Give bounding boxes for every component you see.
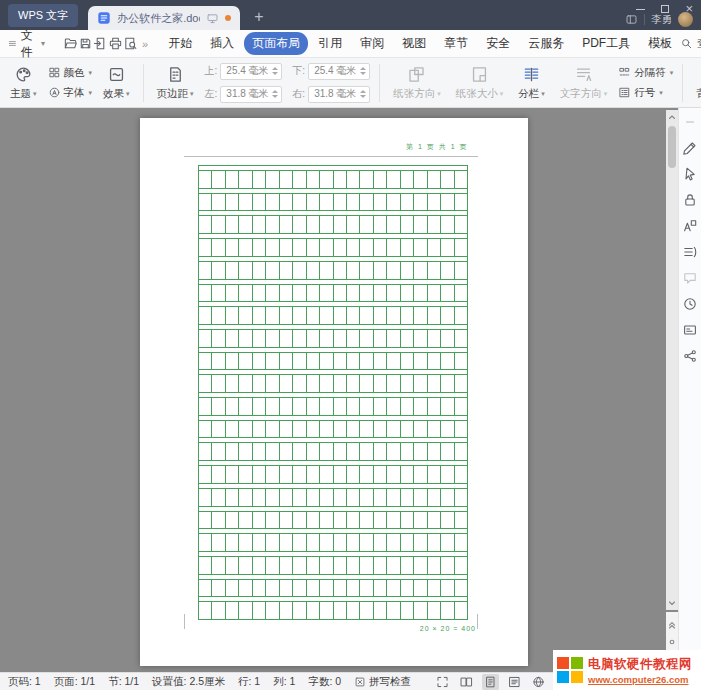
business-card-icon[interactable] xyxy=(682,322,698,338)
menu-tab-8[interactable]: 云服务 xyxy=(520,32,572,55)
spinner-icon[interactable] xyxy=(360,90,366,98)
search-icon xyxy=(680,37,693,50)
menu-tab-10[interactable]: 模板 xyxy=(640,32,680,55)
theme-button[interactable]: 主题▾ xyxy=(6,63,41,103)
app-menu-button[interactable]: WPS 文字 xyxy=(8,4,78,27)
margin-input-1[interactable]: 25.4 毫米 xyxy=(308,63,370,80)
margin-guide-bottom-left xyxy=(184,614,185,629)
menu-tab-5[interactable]: 视图 xyxy=(394,32,434,55)
status-item-2[interactable]: 节: 1/1 xyxy=(108,675,139,689)
divider xyxy=(644,14,645,25)
user-name[interactable]: 李勇 xyxy=(651,13,672,27)
menu-tab-6[interactable]: 章节 xyxy=(436,32,476,55)
breaks-icon xyxy=(618,66,631,79)
share-icon[interactable] xyxy=(682,348,698,364)
background-button[interactable]: 背景▾ xyxy=(692,63,701,103)
menubar: 文件 ▾ » 开始插入页面布局引用审阅视图章节安全云服务PDF工具模板 查找命令… xyxy=(0,30,701,58)
effect-icon xyxy=(107,65,126,84)
open-icon xyxy=(63,36,78,51)
spinner-icon[interactable] xyxy=(360,67,366,75)
previous-page-icon[interactable] xyxy=(667,620,677,630)
scrollbar-thumb[interactable] xyxy=(668,126,676,168)
select-cursor-icon[interactable] xyxy=(682,166,698,182)
margin-input-2[interactable]: 31.8 毫米 xyxy=(220,86,282,103)
quick-toolbar-more-button[interactable]: » xyxy=(142,38,148,50)
status-item-3[interactable]: 设置值: 2.5厘米 xyxy=(152,675,225,689)
side-rail xyxy=(678,108,701,672)
document-page[interactable]: 第 1 页 共 1 页 20 × 20 = 400 xyxy=(140,118,528,666)
spinner-icon[interactable] xyxy=(272,90,278,98)
menu-tab-4[interactable]: 审阅 xyxy=(352,32,392,55)
web-view-icon[interactable] xyxy=(530,674,547,690)
scroll-down-icon[interactable] xyxy=(667,598,677,608)
fullscreen-view-icon[interactable] xyxy=(434,674,451,690)
outline-view-icon[interactable] xyxy=(506,674,523,690)
breaks-button[interactable]: 分隔符▾ xyxy=(618,66,673,80)
line-numbers-button[interactable]: 行号▾ xyxy=(618,86,673,100)
menu-tab-0[interactable]: 开始 xyxy=(160,32,200,55)
doc-tab-title: 办公软件之家.docx xyxy=(117,11,200,26)
margin-input-0[interactable]: 25.4 毫米 xyxy=(220,63,282,80)
status-item-0[interactable]: 页码: 1 xyxy=(8,675,41,689)
minimize-button[interactable] xyxy=(636,9,645,10)
export-button[interactable] xyxy=(93,34,108,54)
color-scheme-button[interactable]: 颜色▾ xyxy=(48,66,93,80)
print-button[interactable] xyxy=(108,34,123,54)
page-view-icon[interactable] xyxy=(482,674,499,690)
palette-icon xyxy=(14,65,33,84)
status-item-4[interactable]: 行: 1 xyxy=(238,675,260,689)
print-preview-button[interactable] xyxy=(123,34,138,54)
watermark: 电脑软硬件教程网 www.computer26.com xyxy=(553,650,701,690)
status-item-1[interactable]: 页面: 1/1 xyxy=(54,675,95,689)
translate-icon[interactable] xyxy=(682,218,698,234)
vertical-scrollbar[interactable] xyxy=(666,110,678,610)
menu-tab-3[interactable]: 引用 xyxy=(310,32,350,55)
spinner-icon[interactable] xyxy=(272,67,278,75)
columns-button[interactable]: 分栏▾ xyxy=(514,63,549,103)
menu-tab-7[interactable]: 安全 xyxy=(478,32,518,55)
font-scheme-button[interactable]: 字体▾ xyxy=(48,86,93,100)
save-button[interactable] xyxy=(78,34,93,54)
margin-input-3[interactable]: 31.8 毫米 xyxy=(308,86,370,103)
two-page-view-icon[interactable] xyxy=(458,674,475,690)
outline-icon[interactable] xyxy=(682,244,698,260)
scroll-up-icon[interactable] xyxy=(667,112,677,122)
status-item-6[interactable]: 字数: 0 xyxy=(308,675,341,689)
menu-tab-9[interactable]: PDF工具 xyxy=(574,32,638,55)
margin-guide-top xyxy=(184,156,478,157)
scrollbar-track[interactable] xyxy=(666,124,678,596)
avatar[interactable] xyxy=(678,12,693,27)
file-menu[interactable]: 文件 ▾ xyxy=(8,27,45,61)
print-icon xyxy=(108,36,123,51)
theme-label: 主题 xyxy=(10,87,31,101)
lock-icon[interactable] xyxy=(682,192,698,208)
menu-tabs: 开始插入页面布局引用审阅视图章节安全云服务PDF工具模板 xyxy=(160,32,680,55)
document-viewport[interactable]: 第 1 页 共 1 页 20 × 20 = 400 xyxy=(0,108,678,672)
edit-pen-icon[interactable] xyxy=(682,140,698,156)
save-icon xyxy=(78,36,93,51)
watermark-url: www.computer26.com xyxy=(588,674,692,685)
find-command-button[interactable]: 查找命令 xyxy=(680,36,701,51)
open-button[interactable] xyxy=(63,34,78,54)
status-item-5[interactable]: 列: 1 xyxy=(273,675,295,689)
page-header-text: 第 1 页 共 1 页 xyxy=(198,142,468,152)
spellcheck-icon xyxy=(354,676,366,688)
new-tab-button[interactable]: + xyxy=(254,9,263,25)
effect-button[interactable]: 效果▾ xyxy=(99,63,134,103)
document-tab[interactable]: 办公软件之家.docx xyxy=(88,6,240,30)
paper-size-button: 纸张大小▾ xyxy=(452,63,508,103)
page-margins-button[interactable]: 页边距▾ xyxy=(153,63,198,103)
ribbon-toolbar: 主题▾ 颜色▾ 字体▾ 效果▾ 页边距▾ 上:25.4 毫米下:25.4 毫米左… xyxy=(0,58,701,108)
workspace-icon[interactable] xyxy=(625,13,638,26)
history-icon[interactable] xyxy=(682,296,698,312)
handle-icon[interactable] xyxy=(682,114,698,130)
menu-tab-1[interactable]: 插入 xyxy=(202,32,242,55)
comment-icon[interactable] xyxy=(682,270,698,286)
manuscript-grid[interactable] xyxy=(198,165,468,620)
hamburger-icon xyxy=(8,37,17,50)
monitor-icon[interactable] xyxy=(206,12,219,25)
spellcheck-toggle[interactable]: 拼写检查 xyxy=(354,675,411,689)
titlebar: WPS 文字 办公软件之家.docx + × 李勇 xyxy=(0,0,701,30)
menu-tab-2[interactable]: 页面布局 xyxy=(244,32,308,55)
browse-object-icon[interactable] xyxy=(667,637,677,647)
